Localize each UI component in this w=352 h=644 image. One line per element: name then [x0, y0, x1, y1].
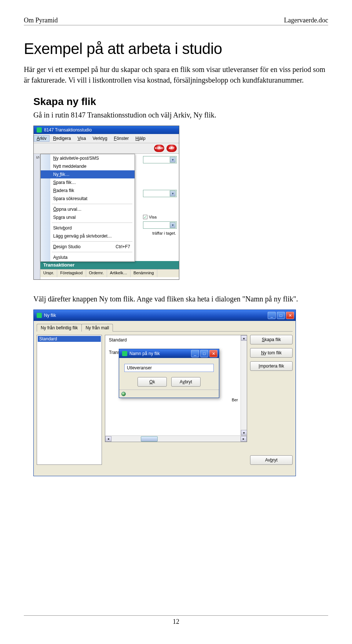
importera-flik-button[interactable]: Importera flik: [250, 361, 293, 371]
page-footer: 12: [24, 615, 328, 626]
menu-arkiv[interactable]: Arkiv: [34, 135, 50, 142]
namn-pa-ny-flik-dialog: Namn på ny flik _ □ ✕ Utleveranser Ok Av…: [119, 349, 219, 398]
tab-fran-mall[interactable]: Ny från mall: [81, 324, 113, 332]
combo-1[interactable]: ▾: [143, 156, 177, 163]
menuitem-oppna-urval[interactable]: Öppna urval…: [41, 205, 135, 213]
chevron-down-icon: ▾: [170, 191, 176, 196]
visa-label: Visa: [149, 215, 157, 219]
col-artikelk[interactable]: Artikelk…: [107, 269, 131, 277]
ok-button[interactable]: Ok: [138, 377, 167, 387]
kund-badge-icon[interactable]: KUND: [154, 145, 164, 152]
scroll-thumb[interactable]: [141, 436, 158, 442]
art-badge-icon[interactable]: ART: [166, 145, 177, 152]
page-header: Om Pyramid Lagervaerde.doc: [24, 17, 328, 24]
template-listbox[interactable]: Standard: [37, 335, 102, 465]
column-headers: Urspr. Företagskod Ordernr. Artikelk… Be…: [40, 269, 179, 277]
namn-statusbar: [119, 390, 219, 398]
app-icon: [122, 351, 127, 356]
menu-separator: [52, 204, 132, 204]
app-icon: [37, 127, 42, 133]
header-left: Om Pyramid: [24, 17, 58, 24]
list-item-standard[interactable]: Standard: [38, 336, 101, 342]
menuitem-lagg-genvag[interactable]: Lägg genväg på skrivbordet…: [41, 232, 135, 240]
skapa-flik-button[interactable]: Skapa flik: [250, 335, 293, 344]
window-titlebar: 8147 Transaktionsstudio: [34, 126, 179, 134]
menuitem-ny-aktivitet[interactable]: Ny aktivitet/e-post/SMS: [41, 154, 135, 162]
avbryt-button[interactable]: Avbryt: [171, 377, 201, 387]
col-ordernr[interactable]: Ordernr.: [86, 269, 107, 277]
toolbar: KUND ART: [34, 143, 179, 154]
header-rule: [24, 25, 328, 25]
menuitem-nytt-meddelande[interactable]: Nytt meddelande: [41, 162, 135, 170]
menuitem-radera-flik[interactable]: Radera flik: [41, 187, 135, 195]
scroll-down-icon[interactable]: ▾: [241, 430, 247, 435]
status-indicator-icon: [121, 392, 126, 396]
chevron-down-icon: ▾: [170, 157, 176, 163]
menuitem-spara-flik[interactable]: Spara flik…: [41, 178, 135, 187]
nyflik-title: Ny flik: [44, 313, 56, 318]
minimize-button[interactable]: _: [191, 350, 199, 357]
preview-title: Standard: [105, 335, 247, 345]
menu-redigera[interactable]: Redigera: [50, 135, 74, 142]
scrollbar-horizontal[interactable]: ◂ ▸: [105, 435, 247, 442]
menu-separator-3: [52, 241, 132, 242]
menu-verktyg[interactable]: Verktyg: [90, 135, 110, 142]
tabs: Ny från befintlig flik Ny från mall: [34, 321, 296, 332]
menuitem-avsluta[interactable]: Avsluta: [41, 253, 135, 261]
header-right: Lagervaerde.doc: [284, 17, 328, 24]
menu-separator-4: [52, 252, 132, 252]
ny-tom-flik-button[interactable]: Ny tom flik: [250, 348, 293, 358]
menu-separator-2: [52, 222, 132, 223]
scroll-right-icon[interactable]: ▸: [241, 436, 247, 442]
namn-input[interactable]: Utleveranser: [124, 364, 214, 372]
maximize-button[interactable]: □: [277, 312, 285, 319]
heading-main: Exempel på att arbeta i studio: [24, 40, 328, 58]
menuitem-spara-urval[interactable]: Spara urval: [41, 213, 135, 221]
visa-checkbox[interactable]: ✓: [143, 215, 147, 219]
heading-skapa-ny-flik: Skapa ny flik: [33, 96, 328, 108]
col-urspr[interactable]: Urspr.: [40, 269, 57, 277]
close-button[interactable]: ✕: [209, 350, 217, 357]
section-header-transaktioner: Transaktioner: [40, 261, 179, 269]
traffar-label: träffar i taget.: [143, 231, 177, 235]
scroll-left-icon[interactable]: ◂: [105, 436, 111, 442]
maximize-button[interactable]: □: [200, 350, 208, 357]
combo-2[interactable]: ▾: [143, 190, 177, 197]
sidebar-letter: S: [34, 154, 40, 279]
arkiv-dropdown: Ny aktivitet/e-post/SMS Nytt meddelande …: [40, 154, 135, 262]
menuitem-spara-sokresultat[interactable]: Spara sökresultat: [41, 195, 135, 203]
intro-paragraph: Här ger vi ett exempel på hur du skapar …: [24, 64, 328, 86]
minimize-button[interactable]: _: [268, 312, 276, 319]
window-title: 8147 Transaktionsstudio: [44, 127, 92, 133]
screenshot-menu-dropdown: 8147 Transaktionsstudio Arkiv Redigera V…: [33, 126, 179, 280]
namn-title: Namn på ny flik: [129, 351, 160, 356]
menu-fonster[interactable]: Fönster: [111, 135, 132, 142]
chevron-down-icon: ▾: [170, 222, 176, 228]
scrollbar-vertical[interactable]: ▴ ▾: [241, 335, 247, 435]
screenshot-ny-flik-dialog: Ny flik _ □ ✕ Ny från befintlig flik Ny …: [33, 310, 296, 476]
shortcut-label: Ctrl+F7: [115, 244, 130, 249]
menu-visa[interactable]: Visa: [74, 135, 89, 142]
combo-3[interactable]: ▾: [143, 221, 177, 229]
menu-hjalp[interactable]: Hjälp: [132, 135, 148, 142]
close-button[interactable]: ✕: [286, 312, 294, 319]
menuitem-design-studio[interactable]: Design StudioCtrl+F7: [41, 243, 135, 251]
menuitem-skrivbord[interactable]: Skrivbord: [41, 224, 135, 232]
menubar: Arkiv Redigera Visa Verktyg Fönster Hjäl…: [34, 134, 179, 143]
tab-befintlig-flik[interactable]: Ny från befintlig flik: [37, 324, 82, 332]
col-foretagskod[interactable]: Företagskod: [57, 269, 86, 277]
nyflik-titlebar: Ny flik _ □ ✕: [34, 310, 296, 321]
para-instruction-2: Välj därefter knappen Ny tom flik. Ange …: [33, 294, 328, 304]
preview-hint: Ber: [232, 398, 238, 402]
app-icon: [37, 313, 42, 318]
page-number: 12: [173, 618, 179, 625]
para-instruction-1: Gå in i rutin 8147 Transaktionsstudion o…: [33, 110, 328, 120]
col-benamning[interactable]: Benämning: [131, 269, 157, 277]
footer-rule: [24, 615, 328, 616]
scroll-up-icon[interactable]: ▴: [241, 335, 247, 341]
avbryt-button[interactable]: Avbryt: [250, 455, 293, 465]
menuitem-ny-flik[interactable]: Ny flik…: [41, 170, 135, 178]
